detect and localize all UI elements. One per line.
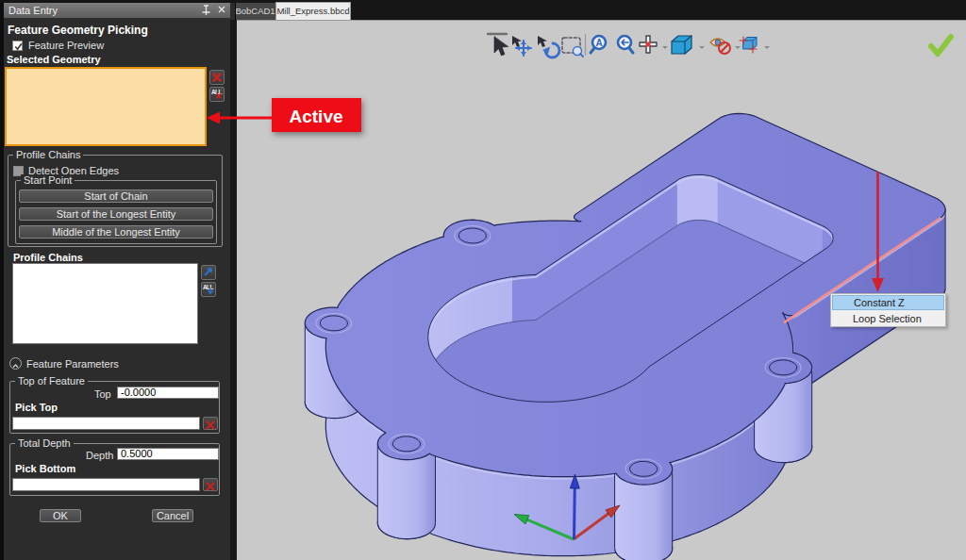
- svg-text:A: A: [595, 38, 602, 48]
